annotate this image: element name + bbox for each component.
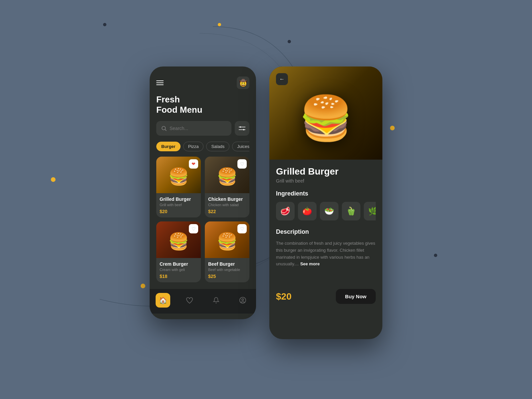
phone-menu-screen: 🤠 Fresh Food Menu (150, 66, 256, 319)
search-row (156, 121, 249, 136)
nav-favorites[interactable] (182, 293, 197, 308)
category-salads[interactable]: Salads (206, 142, 229, 151)
svg-point-5 (434, 254, 437, 257)
category-pizza[interactable]: Pizza (183, 142, 204, 151)
food-name: Beef Burger (208, 261, 246, 267)
favorite-button[interactable]: ❤ (189, 159, 198, 169)
filter-button[interactable] (235, 121, 249, 136)
title-line2: Food Menu (156, 105, 202, 115)
category-tabs: Burger Pizza Salads Juices (156, 142, 249, 151)
favorite-button[interactable]: ♡ (189, 224, 198, 233)
food-card-info: Crem Burger Cream with geli $18 (156, 258, 201, 282)
food-card-info: Beef Burger Beef with vegetable $25 (205, 258, 249, 282)
filter-icon (239, 126, 245, 131)
food-name: Chicken Burger (208, 197, 246, 202)
svg-point-2 (218, 23, 221, 26)
description-title: Description (276, 228, 376, 235)
nav-profile[interactable] (235, 293, 250, 308)
nav-home[interactable]: 🏠 (156, 293, 170, 308)
detail-price: $20 (276, 291, 292, 302)
phone-detail-screen: ← 🍔 Grilled Burger Grill with beef Ingre… (269, 66, 382, 339)
food-card-crem-burger[interactable]: 🍔 ♡ Crem Burger Cream with geli $18 (156, 221, 201, 282)
menu-header: 🤠 (156, 73, 249, 89)
detail-item-name: Grilled Burger (276, 166, 376, 177)
food-subtitle: Chicken with salad (208, 203, 246, 207)
ingredient-pepper: 🫑 (342, 202, 360, 220)
search-icon (161, 125, 167, 131)
menu-hamburger-icon[interactable] (156, 80, 164, 85)
svg-point-17 (242, 299, 244, 301)
svg-line-9 (165, 130, 166, 131)
food-subtitle: Beef with vegetable (208, 268, 246, 272)
food-card-grilled-burger[interactable]: 🍔 ❤ Grilled Burger Grill with beef $20 (156, 157, 201, 217)
svg-point-3 (288, 40, 291, 43)
app-title: Fresh Food Menu (156, 94, 249, 115)
back-button[interactable]: ← (276, 73, 288, 85)
ingredient-salad: 🥗 (320, 202, 338, 220)
svg-point-1 (103, 23, 106, 26)
food-price: $18 (160, 274, 198, 279)
category-juices[interactable]: Juices (232, 142, 249, 151)
nav-notifications[interactable] (209, 293, 223, 308)
search-input[interactable] (170, 126, 227, 131)
avatar[interactable]: 🤠 (237, 76, 249, 89)
favorite-button[interactable]: ♡ (237, 224, 247, 233)
food-price: $22 (208, 209, 246, 214)
ingredient-tomato: 🍅 (298, 202, 317, 220)
detail-item-subtitle: Grill with beef (276, 178, 376, 184)
ingredient-beef: 🥩 (276, 202, 295, 220)
food-subtitle: Grill with beef (160, 203, 198, 207)
detail-content: Grilled Burger Grill with beef Ingredien… (269, 160, 382, 276)
svg-point-13 (243, 129, 244, 130)
bottom-navigation: 🏠 (150, 289, 256, 314)
favorite-button[interactable]: ♡ (237, 159, 247, 169)
buy-row: $20 Buy Now (269, 284, 382, 309)
detail-hero-image: ← 🍔 (269, 66, 382, 160)
svg-point-4 (390, 126, 395, 130)
food-price: $25 (208, 274, 246, 279)
food-subtitle: Cream with geli (160, 268, 198, 272)
ingredients-title: Ingredients (276, 190, 376, 197)
title-line1: Fresh (156, 94, 180, 104)
see-more-link[interactable]: See more (300, 261, 320, 266)
food-card-chicken-burger[interactable]: 🍔 ♡ Chicken Burger Chicken with salad $2… (205, 157, 249, 217)
buy-now-button[interactable]: Buy Now (336, 289, 376, 304)
ingredient-herbs: 🌿 (364, 202, 376, 220)
food-card-info: Grilled Burger Grill with beef $20 (156, 193, 201, 217)
svg-point-0 (51, 177, 56, 182)
food-card-info: Chicken Burger Chicken with salad $22 (205, 193, 249, 217)
food-card-beef-burger[interactable]: 🍔 ♡ Beef Burger Beef with vegetable $25 (205, 221, 249, 282)
ingredients-list: 🥩 🍅 🥗 🫑 🌿 (276, 202, 376, 220)
description-text: The combination of fresh and juicy veget… (276, 241, 375, 266)
food-grid: 🍔 ❤ Grilled Burger Grill with beef $20 🍔… (156, 157, 249, 286)
search-bar[interactable] (156, 121, 231, 136)
food-name: Grilled Burger (160, 197, 198, 202)
svg-point-6 (141, 284, 145, 288)
category-burger[interactable]: Burger (156, 142, 181, 151)
svg-point-10 (240, 126, 241, 128)
svg-point-8 (162, 126, 166, 130)
food-name: Crem Burger (160, 261, 198, 267)
food-price: $20 (160, 209, 198, 214)
